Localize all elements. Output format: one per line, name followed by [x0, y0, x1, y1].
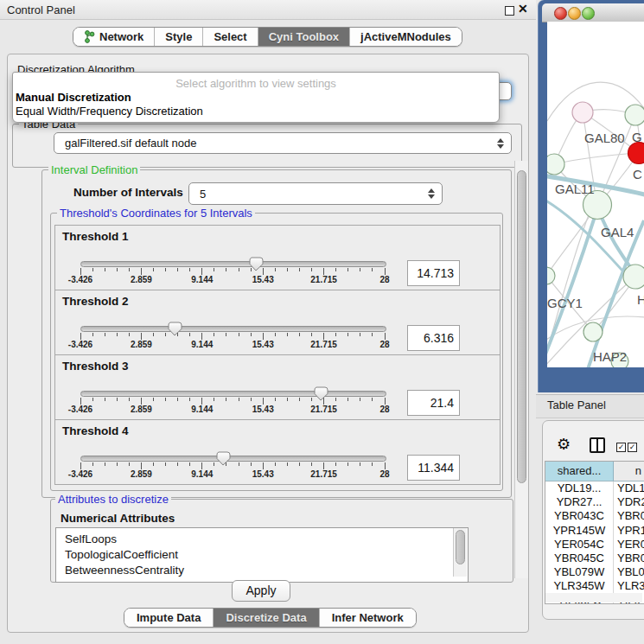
thresholds-frame-title: Threshold's Coordinates for 5 Intervals: [57, 207, 255, 220]
threshold-value-field[interactable]: 6.316: [407, 325, 460, 351]
network-node-green[interactable]: [547, 267, 555, 284]
cell-name: YBR0: [614, 509, 644, 523]
slider-thumb[interactable]: [215, 451, 231, 466]
threshold-value-field[interactable]: 14.713: [407, 260, 460, 286]
numerical-attributes-label: Numerical Attributes: [61, 512, 175, 525]
combo-arrows-icon: [496, 138, 504, 149]
table-row[interactable]: YER054CYER0: [545, 538, 644, 552]
tick-label: 2.859: [117, 340, 165, 349]
network-canvas[interactable]: GAL80GCGAL11GAL4GCY1HHAP2: [547, 22, 644, 367]
attribute-item-topologicalcoefficient[interactable]: TopologicalCoefficient: [56, 547, 468, 563]
slider-thumb[interactable]: [313, 386, 328, 401]
tick-label: 15.43: [239, 275, 287, 284]
tick-label: 28: [360, 469, 409, 479]
slider-track[interactable]: [80, 261, 386, 267]
cell-shared-name: YBR043C: [545, 509, 614, 523]
close-traffic-light-icon[interactable]: [554, 7, 567, 20]
tab-select[interactable]: Select: [203, 28, 258, 46]
tab-jactivemnodules[interactable]: jActiveMNodules: [350, 28, 462, 46]
table-row[interactable]: YPR145WYPR1: [545, 524, 644, 538]
node-attribute-table[interactable]: shared... n YDL19...YDL1YDR27...YDR2YBR0…: [545, 461, 644, 604]
network-node-green[interactable]: [547, 154, 564, 175]
slider-track[interactable]: [80, 456, 386, 462]
cell-shared-name: YPR145W: [545, 524, 614, 538]
tick-label: 9.144: [178, 469, 226, 479]
checkbox-icon[interactable]: ✓: [616, 443, 626, 452]
node-label-hap2: HAP2: [593, 349, 627, 364]
tick-label: 28: [360, 405, 409, 414]
cell-name: YER0: [614, 538, 644, 552]
panel-scrollbar[interactable]: [514, 161, 528, 578]
apply-button[interactable]: Apply: [232, 580, 290, 602]
table-data-value: galFiltered.sif default node: [54, 137, 496, 150]
tick-label: -3.426: [56, 469, 105, 479]
node-label-gal4: GAL4: [601, 225, 634, 239]
network-node-red[interactable]: [628, 143, 644, 164]
minimize-traffic-light-icon[interactable]: [568, 7, 581, 20]
slider-thumb[interactable]: [167, 322, 182, 336]
close-icon[interactable]: ✕: [518, 2, 528, 16]
column-header-name[interactable]: n: [614, 462, 644, 481]
cell-name: YLR3: [614, 579, 644, 593]
table-row[interactable]: YDL19...YDL1: [545, 481, 644, 495]
attribute-item-selfloops[interactable]: SelfLoops: [56, 532, 468, 547]
tick-label: 15.43: [239, 469, 287, 479]
algorithm-option-equal-width-frequency-discretization[interactable]: Equal Width/Frequency Discretization: [16, 105, 203, 118]
network-node-pink[interactable]: [572, 102, 593, 123]
attribute-item-betweennesscentrality[interactable]: BetweennessCentrality: [56, 563, 468, 578]
slider-track[interactable]: [80, 326, 386, 332]
control-panel-titlebar: [0, 0, 536, 20]
node-label-c: C: [633, 167, 642, 182]
cell-shared-name: YLR345W: [545, 579, 614, 593]
slider-track[interactable]: [80, 391, 386, 397]
columns-icon[interactable]: [590, 437, 605, 453]
cell-name: YBL0: [614, 565, 644, 579]
algorithm-option-manual-discretization[interactable]: Manual Discretization: [16, 91, 131, 104]
table-row[interactable]: YBR043CYBR0: [545, 509, 644, 523]
tab-cyni-toolbox[interactable]: Cyni Toolbox: [258, 28, 350, 46]
tab-infer-network[interactable]: Infer Network: [320, 609, 416, 627]
tick-label: -3.426: [56, 340, 105, 349]
tab-discretize-data[interactable]: Discretize Data: [214, 609, 319, 627]
float-window-icon[interactable]: [505, 6, 514, 16]
number-of-intervals-value: 5: [189, 188, 427, 201]
cell-shared-name: YDR27...: [545, 495, 614, 509]
algorithm-placeholder: Select algorithm to view settings: [13, 77, 499, 90]
numerical-attributes-list[interactable]: SelfLoopsTopologicalCoefficientBetweenne…: [55, 527, 469, 583]
tick-label: 9.144: [178, 340, 226, 349]
tick-label: -3.426: [56, 405, 105, 414]
attributes-list-scrollbar[interactable]: [453, 528, 467, 577]
tick-label: 2.859: [117, 405, 165, 414]
threshold-value-field[interactable]: 11.344: [407, 455, 460, 481]
gear-icon[interactable]: ⚙: [557, 435, 571, 454]
table-row[interactable]: YDR27...YDR2: [545, 495, 644, 509]
tick-label: -3.426: [56, 275, 105, 284]
checkbox-icon[interactable]: ✓: [628, 443, 637, 452]
table-horizontal-scrollbar[interactable]: [545, 593, 642, 603]
network-node-green[interactable]: [625, 105, 644, 125]
network-node-green[interactable]: [623, 265, 644, 289]
table-row[interactable]: YLR345WYLR3: [545, 579, 644, 593]
tab-style[interactable]: Style: [155, 28, 203, 46]
number-of-intervals-combobox[interactable]: 5: [188, 182, 443, 205]
table-data-combobox[interactable]: galFiltered.sif default node: [54, 132, 512, 154]
threshold-2-box: Threshold 2-3.4262.8599.14415.4321.71528…: [54, 290, 501, 355]
algorithm-dropdown-popup: Select algorithm to view settings Manual…: [12, 72, 500, 123]
number-of-intervals-label: Number of Intervals: [73, 186, 183, 199]
threshold-3-box: Threshold 3-3.4262.8599.14415.4321.71528…: [54, 354, 501, 420]
zoom-traffic-light-icon[interactable]: [582, 7, 595, 20]
tab-label: Style: [165, 30, 192, 43]
tab-impute-data[interactable]: Impute Data: [124, 609, 214, 627]
tick-label: 15.43: [239, 340, 287, 349]
cell-name: YDR2: [614, 495, 644, 509]
tab-network[interactable]: Network: [73, 28, 155, 46]
threshold-1-box: Threshold 1-3.4262.8599.14415.4321.71528…: [54, 225, 501, 290]
cell-name: YBR0: [614, 552, 644, 565]
network-node-green[interactable]: [583, 322, 603, 341]
table-row[interactable]: YBR045CYBR0: [545, 552, 644, 565]
threshold-value-field[interactable]: 21.4: [407, 390, 460, 416]
slider-thumb[interactable]: [248, 257, 264, 271]
table-row[interactable]: YBL079WYBL0: [545, 565, 644, 579]
column-header-shared-name[interactable]: shared...: [545, 462, 614, 481]
tab-label: Infer Network: [332, 611, 404, 624]
